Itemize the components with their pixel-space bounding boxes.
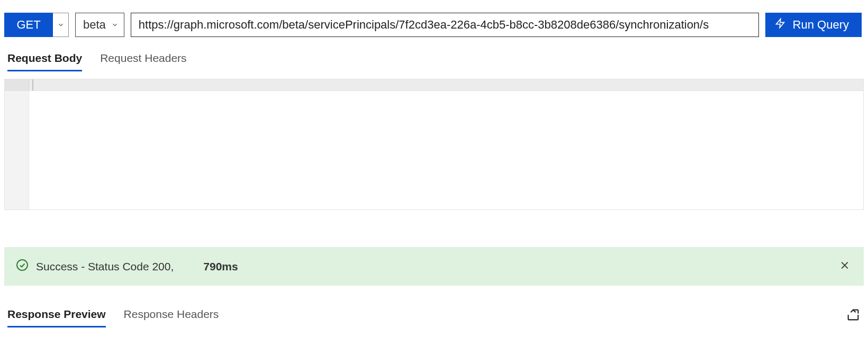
response-row: Response Preview Response Headers [7,304,861,327]
close-icon[interactable] [839,260,850,273]
success-check-icon [16,259,29,274]
request-body-textarea[interactable] [29,91,863,210]
tab-request-headers[interactable]: Request Headers [100,48,186,71]
run-query-label: Run Query [793,18,849,32]
tab-response-preview-label: Response Preview [7,308,106,320]
tab-response-headers[interactable]: Response Headers [124,304,219,327]
http-method-label: GET [4,13,53,37]
response-tabs: Response Preview Response Headers [7,304,219,327]
tab-request-headers-label: Request Headers [100,52,186,64]
status-banner: Success - Status Code 200, 790ms [4,247,864,286]
tab-request-body-label: Request Body [7,52,82,64]
status-time: 790ms [203,260,238,273]
editor-body [5,91,863,210]
request-tabs: Request Body Request Headers [0,43,868,71]
http-method-select[interactable]: GET [4,13,69,37]
query-bar: GET beta Run Query [0,0,868,43]
api-version-select[interactable]: beta [75,13,124,37]
lightning-icon [775,17,785,33]
api-version-label: beta [83,18,106,32]
chevron-down-icon [111,18,119,32]
chevron-down-icon[interactable] [53,13,69,37]
tab-response-headers-label: Response Headers [124,308,219,320]
request-url-input[interactable] [131,13,759,37]
svg-point-1 [17,260,28,270]
request-body-editor [4,79,864,210]
editor-ruler [5,79,863,91]
share-icon[interactable] [846,307,861,324]
svg-marker-0 [776,19,784,28]
editor-gutter-top [5,79,29,90]
tab-response-preview[interactable]: Response Preview [7,304,106,327]
run-query-button[interactable]: Run Query [765,13,862,37]
tab-request-body[interactable]: Request Body [7,48,82,71]
editor-cursor-mark [32,79,33,90]
editor-line-gutter [5,91,29,210]
status-message: Success - Status Code 200, [36,260,174,273]
